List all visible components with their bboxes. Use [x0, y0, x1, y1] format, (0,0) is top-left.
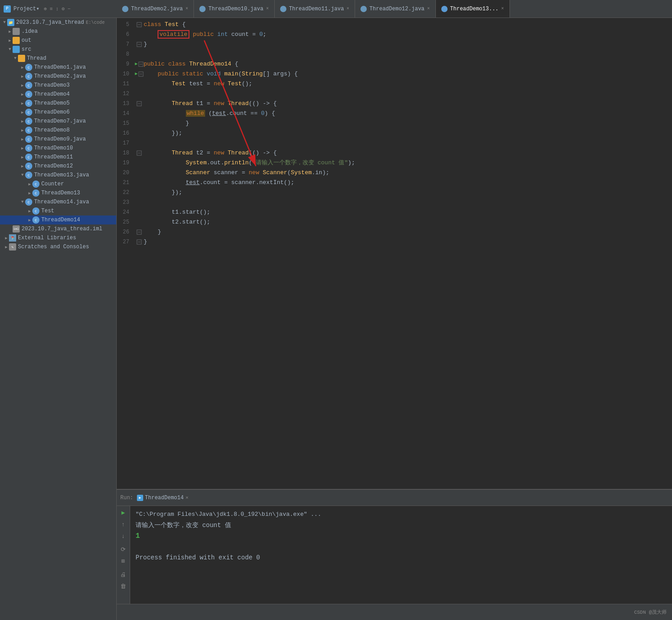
sidebar-item-scratches[interactable]: ▶ ✎ Scratches and Consoles [0, 242, 116, 251]
output-text: Process finished with exit code 0 [136, 554, 260, 561]
tab-close[interactable]: × [347, 6, 349, 11]
sidebar-item-threaddemo5[interactable]: ▶ C ThreadDemo5 [0, 99, 116, 108]
arrow-icon: ▶ [20, 110, 25, 115]
code-text: } [144, 237, 147, 247]
sidebar-item-threaddemo14inner[interactable]: ▶ C ThreadDemo14 [0, 215, 116, 224]
arrow-icon: ▼ [13, 56, 18, 61]
run-tab-close[interactable]: × [185, 495, 189, 501]
run-tab-icon: ▶ [137, 495, 143, 501]
sidebar-item-threaddemo1[interactable]: ▶ C ThreadDemo1.java [0, 63, 116, 72]
run-panel-header: Run: ▶ ThreadDemo14 × [117, 490, 672, 506]
sidebar-item-idea[interactable]: ▶ .idea [0, 27, 116, 36]
sidebar-label: ThreadDemo13.java [34, 172, 89, 178]
run-down-button[interactable]: ↓ [119, 531, 128, 541]
sidebar-label: ThreadDemo1.java [34, 64, 86, 70]
sidebar-item-project-root[interactable]: ▼ 📁 2023.10.7_java_thread E:\code [0, 18, 116, 27]
run-delete-button[interactable]: 🗑 [119, 581, 128, 591]
code-line-12: 12 [117, 89, 672, 99]
arrow-icon: ▶ [27, 218, 32, 223]
sidebar-item-thread-folder[interactable]: ▼ Thread [0, 54, 116, 63]
tab-threaddemo10[interactable]: ThreadDemo10.java × [194, 0, 274, 18]
src-folder-icon [13, 46, 20, 53]
output-line-blank [136, 541, 667, 552]
line-num: 5 [117, 20, 135, 30]
arrow-icon: ▶ [20, 146, 25, 151]
tab-threaddemo11[interactable]: ThreadDemo11.java × [275, 0, 355, 18]
line-num: 20 [117, 168, 135, 178]
sidebar-item-threaddemo2[interactable]: ▶ C ThreadDemo2.java [0, 72, 116, 81]
tab-threaddemo12[interactable]: ThreadDemo12.java × [355, 0, 435, 18]
arrow-icon: ▶ [27, 209, 32, 214]
sidebar-label: ThreadDemo10 [34, 145, 73, 151]
sidebar-item-iml[interactable]: iml 2023.10.7_java_thread.iml [0, 224, 116, 233]
code-text: System.out.println("请输入一个数字，改变 count 值")… [144, 158, 355, 168]
tab-icon [280, 6, 286, 12]
tab-close[interactable]: × [185, 6, 188, 11]
run-pin-button[interactable]: ⊞ [119, 556, 128, 566]
code-line-19: 19 System.out.println("请输入一个数字，改变 count … [117, 158, 672, 168]
sidebar-label: 2023.10.7_java_thread.iml [22, 226, 102, 232]
tab-close[interactable]: × [501, 6, 504, 11]
sidebar-item-threaddemo3[interactable]: ▶ C ThreadDemo3 [0, 81, 116, 90]
code-text: }); [144, 188, 182, 198]
java-icon: C [25, 91, 32, 98]
line-num: 25 [117, 217, 135, 227]
run-up-button[interactable]: ↑ [119, 519, 128, 529]
sidebar-item-out[interactable]: ▶ out [0, 36, 116, 45]
sidebar-label: ThreadDemo12 [34, 163, 73, 169]
line-num: 7 [117, 40, 135, 49]
run-tab-threaddemo14[interactable]: ▶ ThreadDemo14 × [137, 495, 189, 501]
line-num: 22 [117, 188, 135, 198]
sidebar-item-counter[interactable]: ▶ C Counter [0, 180, 116, 189]
run-rerun-button[interactable]: ⟳ [119, 545, 128, 554]
tab-threaddemo2[interactable]: ThreadDemo2.java × [117, 0, 194, 18]
run-play-button[interactable]: ▶ [119, 508, 128, 518]
run-content: ▶ ↑ ↓ ⟳ ⊞ 🖨 🗑 "C:\Program Files\Java\jdk… [117, 506, 672, 604]
gutter-run[interactable]: ▶ [135, 59, 144, 69]
sidebar-item-src[interactable]: ▼ src [0, 45, 116, 54]
gutter-fold [135, 42, 144, 47]
project-header: P Project▾ ⊕ ≡ ↕ ⚙ − [0, 5, 117, 13]
java-icon: C [32, 207, 40, 215]
right-panel: 5 class Test { 6 volatile public int cou… [117, 18, 672, 620]
tab-close[interactable]: × [266, 6, 269, 11]
sidebar-item-threaddemo12[interactable]: ▶ C ThreadDemo12 [0, 162, 116, 171]
tab-threaddemo13[interactable]: ThreadDemo13... × [436, 0, 510, 18]
sidebar-item-threaddemo9[interactable]: ▶ C ThreadDemo9.java [0, 135, 116, 144]
gutter-fold [135, 22, 144, 27]
java-icon: C [32, 180, 40, 188]
line-num: 11 [117, 79, 135, 89]
code-editor[interactable]: 5 class Test { 6 volatile public int cou… [117, 18, 672, 489]
code-line-27: 27 } [117, 237, 672, 247]
tab-close[interactable]: × [427, 6, 430, 11]
out-folder-icon [13, 37, 20, 44]
sidebar-item-extlibs[interactable]: ▶ 📚 External Libraries [0, 233, 116, 242]
sidebar-item-threaddemo11[interactable]: ▶ C ThreadDemo11 [0, 153, 116, 162]
tab-icon [199, 6, 206, 12]
sidebar-label: ThreadDemo11 [34, 154, 73, 160]
java-icon: C [25, 73, 32, 80]
sidebar-item-threaddemo13inner[interactable]: ▶ C ThreadDemo13 [0, 189, 116, 198]
sidebar-item-threaddemo7[interactable]: ▶ C ThreadDemo7.java [0, 117, 116, 126]
sidebar-item-test[interactable]: ▶ C Test [0, 207, 116, 215]
toolbar-icons: ⊕ ≡ ↕ ⚙ − [44, 6, 70, 12]
project-name: 2023.10.7_java_thread [16, 19, 84, 26]
sidebar-item-threaddemo8[interactable]: ▶ C ThreadDemo8 [0, 126, 116, 135]
code-line-21: 21 test.count = scanner.nextInt(); [117, 178, 672, 188]
run-output-area: "C:\Program Files\Java\jdk1.8.0_192\bin\… [130, 506, 672, 604]
code-text: class Test { [144, 20, 186, 30]
run-label: Run: [120, 495, 133, 501]
sidebar-item-threaddemo6[interactable]: ▶ C ThreadDemo6 [0, 108, 116, 117]
sidebar-item-threaddemo4[interactable]: ▶ C ThreadDemo4 [0, 90, 116, 99]
arrow-icon: ▶ [20, 128, 25, 133]
java-icon: C [32, 189, 40, 197]
scratch-icon: ✎ [9, 243, 16, 251]
sidebar-label: Counter [41, 181, 64, 187]
code-line-22: 22 }); [117, 188, 672, 198]
sidebar-item-threaddemo14java[interactable]: ▼ C ThreadDemo14.java [0, 198, 116, 207]
run-print-button[interactable]: 🖨 [119, 570, 128, 580]
sidebar-item-threaddemo10[interactable]: ▶ C ThreadDemo10 [0, 144, 116, 153]
sidebar-item-threaddemo13java[interactable]: ▼ C ThreadDemo13.java [0, 171, 116, 180]
run-panel: Run: ▶ ThreadDemo14 × ▶ ↑ ↓ ⟳ ⊞ 🖨 🗑 [117, 489, 672, 604]
gutter-run[interactable]: ▶ [135, 69, 144, 79]
